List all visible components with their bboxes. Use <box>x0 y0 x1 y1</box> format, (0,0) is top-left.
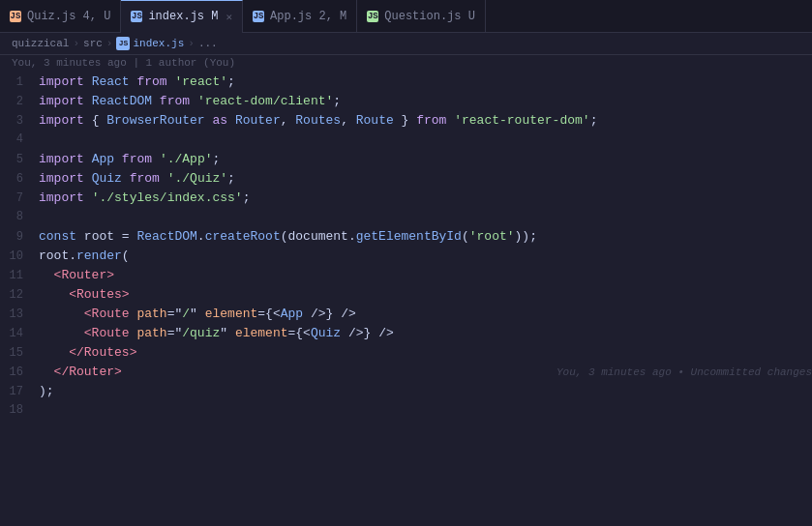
tab-label-app: App.js 2, M <box>270 10 346 23</box>
tab-icon-quiz: JS <box>10 11 21 22</box>
line-content: import ReactDOM from 'react-dom/client'; <box>39 94 812 108</box>
line-content: </Routes> <box>39 345 812 360</box>
breadcrumb-root[interactable]: quizzical <box>12 38 69 49</box>
tab-label-quiz: Quiz.js 4, U <box>27 10 110 23</box>
git-blame-text: You, 3 minutes ago | 1 author (You) <box>12 57 235 69</box>
line-number: 12 <box>0 288 39 302</box>
line-content: root.render( <box>39 248 812 263</box>
line-number: 13 <box>0 307 39 321</box>
tab-icon-index: JS <box>131 11 142 22</box>
breadcrumb-folder[interactable]: src <box>83 38 103 49</box>
line-number: 7 <box>0 191 39 205</box>
line-content: <Routes> <box>39 287 812 302</box>
line-content: import App from './App'; <box>39 152 812 166</box>
line-number: 14 <box>0 327 39 340</box>
line-content: import './styles/index.css'; <box>39 190 812 205</box>
code-line: 4 <box>0 132 812 152</box>
line-number: 17 <box>0 385 39 398</box>
line-content: import React from 'react'; <box>39 74 812 89</box>
git-blame-line: You, 3 minutes ago | 1 author (You) <box>0 55 812 71</box>
line-number: 9 <box>0 230 39 244</box>
line-content: ); <box>39 384 812 398</box>
tab-bar: JS Quiz.js 4, U JS index.js M ✕ JS App.j… <box>0 0 812 33</box>
code-line: 14 <Route path="/quiz" element={<Quiz />… <box>0 326 812 345</box>
line-number: 5 <box>0 153 39 166</box>
tab-label-index: index.js M <box>148 10 218 23</box>
code-line: 17); <box>0 384 812 403</box>
code-line: 1import React from 'react'; <box>0 74 812 94</box>
line-content: <Route path="/quiz" element={<Quiz />} /… <box>39 326 812 340</box>
breadcrumb-file[interactable]: index.js <box>133 38 184 49</box>
tab-close-index[interactable]: ✕ <box>226 11 232 23</box>
tab-quiz[interactable]: JS Quiz.js 4, U <box>0 0 121 33</box>
code-line: 13 <Route path="/" element={<App />} /> <box>0 307 812 326</box>
code-line: 5import App from './App'; <box>0 152 812 171</box>
tab-index[interactable]: JS index.js M ✕ <box>121 0 243 33</box>
code-line: 7import './styles/index.css'; <box>0 190 812 210</box>
line-number: 10 <box>0 249 39 263</box>
line-number: 11 <box>0 269 39 282</box>
code-line: 12 <Routes> <box>0 287 812 307</box>
line-content: <Router> <box>39 268 812 282</box>
line-number: 15 <box>0 346 39 360</box>
line-number: 18 <box>0 403 39 417</box>
code-line: 10root.render( <box>0 248 812 268</box>
code-line: 11 <Router> <box>0 268 812 287</box>
breadcrumb-sep3: › <box>188 38 195 49</box>
line-content: <Route path="/" element={<App />} /> <box>39 307 812 321</box>
line-content: import Quiz from './Quiz'; <box>39 171 812 186</box>
breadcrumb-sep1: › <box>73 38 79 49</box>
tab-label-question: Question.js U <box>384 10 475 23</box>
code-line: 2import ReactDOM from 'react-dom/client'… <box>0 94 812 113</box>
line-number: 3 <box>0 114 39 128</box>
code-line: 9const root = ReactDOM.createRoot(docume… <box>0 229 812 248</box>
code-editor[interactable]: 1import React from 'react';2import React… <box>0 71 812 517</box>
breadcrumb: quizzical › src › JS index.js › ... <box>0 33 812 55</box>
breadcrumb-more: ... <box>198 38 218 49</box>
tab-app[interactable]: JS App.js 2, M <box>243 0 357 33</box>
line-number: 16 <box>0 365 39 379</box>
line-number: 4 <box>0 132 39 146</box>
code-line: 8 <box>0 210 812 229</box>
line-number: 8 <box>0 210 39 223</box>
code-line: 16 </Router>You, 3 minutes ago • Uncommi… <box>0 365 812 384</box>
tab-question[interactable]: JS Question.js U <box>357 0 486 33</box>
tab-icon-app: JS <box>253 11 264 22</box>
line-content: import { BrowserRouter as Router, Routes… <box>39 113 812 128</box>
line-number: 1 <box>0 75 39 89</box>
breadcrumb-sep2: › <box>106 38 113 49</box>
code-line: 6import Quiz from './Quiz'; <box>0 171 812 190</box>
line-number: 6 <box>0 172 39 186</box>
code-line: 15 </Routes> <box>0 345 812 365</box>
line-content: const root = ReactDOM.createRoot(documen… <box>39 229 812 244</box>
line-content: </Router> <box>39 365 537 379</box>
breadcrumb-file-icon: JS <box>116 37 130 50</box>
tab-icon-question: JS <box>367 11 378 22</box>
line-number: 2 <box>0 95 39 108</box>
code-line: 3import { BrowserRouter as Router, Route… <box>0 113 812 132</box>
code-line: 18 <box>0 403 812 423</box>
line-annotation: You, 3 minutes ago • Uncommitted changes <box>537 366 812 378</box>
